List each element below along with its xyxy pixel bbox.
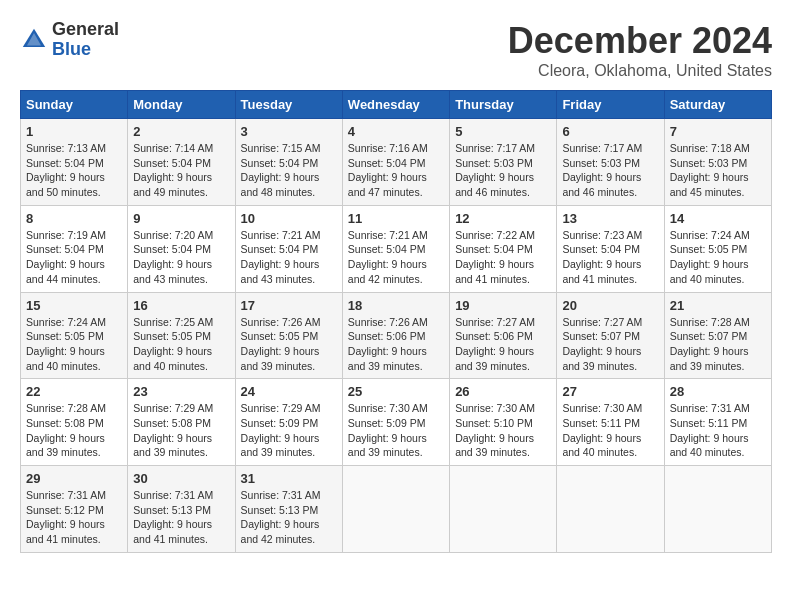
logo-icon xyxy=(20,26,48,54)
day-detail: Sunrise: 7:31 AM Sunset: 5:13 PM Dayligh… xyxy=(241,488,337,547)
day-number: 17 xyxy=(241,298,337,313)
calendar-table: Sunday Monday Tuesday Wednesday Thursday… xyxy=(20,90,772,553)
day-detail: Sunrise: 7:23 AM Sunset: 5:04 PM Dayligh… xyxy=(562,228,658,287)
table-row: 10Sunrise: 7:21 AM Sunset: 5:04 PM Dayli… xyxy=(235,205,342,292)
day-number: 12 xyxy=(455,211,551,226)
table-row: 15Sunrise: 7:24 AM Sunset: 5:05 PM Dayli… xyxy=(21,292,128,379)
table-row: 8Sunrise: 7:19 AM Sunset: 5:04 PM Daylig… xyxy=(21,205,128,292)
day-detail: Sunrise: 7:24 AM Sunset: 5:05 PM Dayligh… xyxy=(26,315,122,374)
table-row: 27Sunrise: 7:30 AM Sunset: 5:11 PM Dayli… xyxy=(557,379,664,466)
table-row: 7Sunrise: 7:18 AM Sunset: 5:03 PM Daylig… xyxy=(664,119,771,206)
calendar-subtitle: Cleora, Oklahoma, United States xyxy=(508,62,772,80)
day-number: 10 xyxy=(241,211,337,226)
table-row: 19Sunrise: 7:27 AM Sunset: 5:06 PM Dayli… xyxy=(450,292,557,379)
table-row: 3Sunrise: 7:15 AM Sunset: 5:04 PM Daylig… xyxy=(235,119,342,206)
day-detail: Sunrise: 7:31 AM Sunset: 5:12 PM Dayligh… xyxy=(26,488,122,547)
logo-blue: Blue xyxy=(52,40,119,60)
table-row: 31Sunrise: 7:31 AM Sunset: 5:13 PM Dayli… xyxy=(235,466,342,553)
day-number: 19 xyxy=(455,298,551,313)
logo-general: General xyxy=(52,20,119,40)
day-number: 5 xyxy=(455,124,551,139)
day-detail: Sunrise: 7:17 AM Sunset: 5:03 PM Dayligh… xyxy=(455,141,551,200)
day-number: 21 xyxy=(670,298,766,313)
table-row: 14Sunrise: 7:24 AM Sunset: 5:05 PM Dayli… xyxy=(664,205,771,292)
table-row: 2Sunrise: 7:14 AM Sunset: 5:04 PM Daylig… xyxy=(128,119,235,206)
day-detail: Sunrise: 7:18 AM Sunset: 5:03 PM Dayligh… xyxy=(670,141,766,200)
table-row: 22Sunrise: 7:28 AM Sunset: 5:08 PM Dayli… xyxy=(21,379,128,466)
table-row: 26Sunrise: 7:30 AM Sunset: 5:10 PM Dayli… xyxy=(450,379,557,466)
table-row: 9Sunrise: 7:20 AM Sunset: 5:04 PM Daylig… xyxy=(128,205,235,292)
table-row: 28Sunrise: 7:31 AM Sunset: 5:11 PM Dayli… xyxy=(664,379,771,466)
calendar-week-row: 15Sunrise: 7:24 AM Sunset: 5:05 PM Dayli… xyxy=(21,292,772,379)
table-row: 16Sunrise: 7:25 AM Sunset: 5:05 PM Dayli… xyxy=(128,292,235,379)
table-row: 17Sunrise: 7:26 AM Sunset: 5:05 PM Dayli… xyxy=(235,292,342,379)
day-number: 26 xyxy=(455,384,551,399)
day-number: 27 xyxy=(562,384,658,399)
table-row: 24Sunrise: 7:29 AM Sunset: 5:09 PM Dayli… xyxy=(235,379,342,466)
header-wednesday: Wednesday xyxy=(342,91,449,119)
table-row: 18Sunrise: 7:26 AM Sunset: 5:06 PM Dayli… xyxy=(342,292,449,379)
day-detail: Sunrise: 7:20 AM Sunset: 5:04 PM Dayligh… xyxy=(133,228,229,287)
header-monday: Monday xyxy=(128,91,235,119)
day-number: 29 xyxy=(26,471,122,486)
day-number: 20 xyxy=(562,298,658,313)
header: General Blue December 2024 Cleora, Oklah… xyxy=(20,20,772,80)
table-row: 21Sunrise: 7:28 AM Sunset: 5:07 PM Dayli… xyxy=(664,292,771,379)
day-number: 18 xyxy=(348,298,444,313)
table-row: 23Sunrise: 7:29 AM Sunset: 5:08 PM Dayli… xyxy=(128,379,235,466)
table-row xyxy=(557,466,664,553)
logo-text: General Blue xyxy=(52,20,119,60)
day-number: 2 xyxy=(133,124,229,139)
table-row xyxy=(450,466,557,553)
day-number: 31 xyxy=(241,471,337,486)
day-detail: Sunrise: 7:27 AM Sunset: 5:07 PM Dayligh… xyxy=(562,315,658,374)
day-detail: Sunrise: 7:22 AM Sunset: 5:04 PM Dayligh… xyxy=(455,228,551,287)
day-detail: Sunrise: 7:30 AM Sunset: 5:11 PM Dayligh… xyxy=(562,401,658,460)
day-detail: Sunrise: 7:24 AM Sunset: 5:05 PM Dayligh… xyxy=(670,228,766,287)
day-detail: Sunrise: 7:28 AM Sunset: 5:07 PM Dayligh… xyxy=(670,315,766,374)
header-thursday: Thursday xyxy=(450,91,557,119)
header-friday: Friday xyxy=(557,91,664,119)
table-row: 5Sunrise: 7:17 AM Sunset: 5:03 PM Daylig… xyxy=(450,119,557,206)
day-number: 4 xyxy=(348,124,444,139)
day-number: 7 xyxy=(670,124,766,139)
day-detail: Sunrise: 7:14 AM Sunset: 5:04 PM Dayligh… xyxy=(133,141,229,200)
day-detail: Sunrise: 7:30 AM Sunset: 5:09 PM Dayligh… xyxy=(348,401,444,460)
day-detail: Sunrise: 7:17 AM Sunset: 5:03 PM Dayligh… xyxy=(562,141,658,200)
day-number: 3 xyxy=(241,124,337,139)
day-number: 6 xyxy=(562,124,658,139)
table-row: 29Sunrise: 7:31 AM Sunset: 5:12 PM Dayli… xyxy=(21,466,128,553)
day-detail: Sunrise: 7:19 AM Sunset: 5:04 PM Dayligh… xyxy=(26,228,122,287)
day-detail: Sunrise: 7:29 AM Sunset: 5:09 PM Dayligh… xyxy=(241,401,337,460)
table-row: 11Sunrise: 7:21 AM Sunset: 5:04 PM Dayli… xyxy=(342,205,449,292)
day-detail: Sunrise: 7:26 AM Sunset: 5:05 PM Dayligh… xyxy=(241,315,337,374)
day-number: 9 xyxy=(133,211,229,226)
day-detail: Sunrise: 7:27 AM Sunset: 5:06 PM Dayligh… xyxy=(455,315,551,374)
calendar-week-row: 29Sunrise: 7:31 AM Sunset: 5:12 PM Dayli… xyxy=(21,466,772,553)
table-row: 12Sunrise: 7:22 AM Sunset: 5:04 PM Dayli… xyxy=(450,205,557,292)
day-number: 15 xyxy=(26,298,122,313)
calendar-title: December 2024 xyxy=(508,20,772,62)
table-row xyxy=(664,466,771,553)
title-section: December 2024 Cleora, Oklahoma, United S… xyxy=(508,20,772,80)
calendar-week-row: 8Sunrise: 7:19 AM Sunset: 5:04 PM Daylig… xyxy=(21,205,772,292)
day-number: 28 xyxy=(670,384,766,399)
day-number: 8 xyxy=(26,211,122,226)
day-detail: Sunrise: 7:30 AM Sunset: 5:10 PM Dayligh… xyxy=(455,401,551,460)
day-detail: Sunrise: 7:13 AM Sunset: 5:04 PM Dayligh… xyxy=(26,141,122,200)
table-row: 1Sunrise: 7:13 AM Sunset: 5:04 PM Daylig… xyxy=(21,119,128,206)
day-detail: Sunrise: 7:21 AM Sunset: 5:04 PM Dayligh… xyxy=(241,228,337,287)
calendar-week-row: 22Sunrise: 7:28 AM Sunset: 5:08 PM Dayli… xyxy=(21,379,772,466)
header-saturday: Saturday xyxy=(664,91,771,119)
table-row xyxy=(342,466,449,553)
day-detail: Sunrise: 7:25 AM Sunset: 5:05 PM Dayligh… xyxy=(133,315,229,374)
day-detail: Sunrise: 7:31 AM Sunset: 5:13 PM Dayligh… xyxy=(133,488,229,547)
table-row: 25Sunrise: 7:30 AM Sunset: 5:09 PM Dayli… xyxy=(342,379,449,466)
day-number: 16 xyxy=(133,298,229,313)
table-row: 13Sunrise: 7:23 AM Sunset: 5:04 PM Dayli… xyxy=(557,205,664,292)
day-number: 25 xyxy=(348,384,444,399)
day-number: 24 xyxy=(241,384,337,399)
day-detail: Sunrise: 7:21 AM Sunset: 5:04 PM Dayligh… xyxy=(348,228,444,287)
day-detail: Sunrise: 7:28 AM Sunset: 5:08 PM Dayligh… xyxy=(26,401,122,460)
day-number: 30 xyxy=(133,471,229,486)
